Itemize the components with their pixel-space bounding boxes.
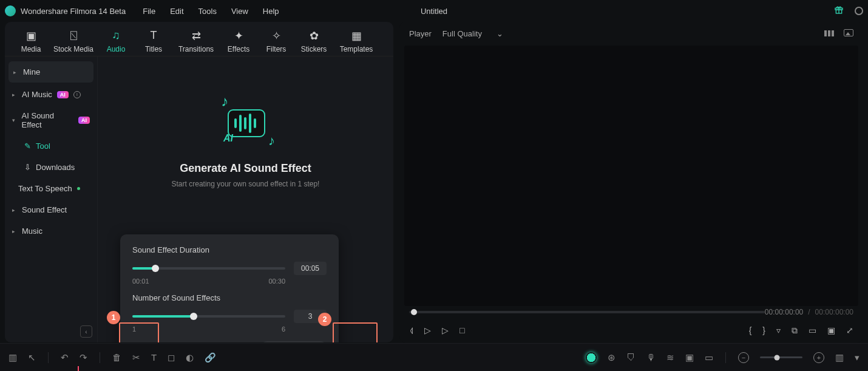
sidebar-item-ai-sound-effect[interactable]: ▾ AI Sound Effect AI xyxy=(5,105,97,135)
caret-right-icon: ▸ xyxy=(12,92,17,98)
hero: AI ♪ ♪ Generate AI Sound Effect Start cr… xyxy=(172,93,320,188)
stock-icon: ⍂ xyxy=(70,29,77,41)
info-icon[interactable]: i xyxy=(73,91,81,98)
fit-timeline-icon[interactable]: ▥ xyxy=(835,352,844,363)
count-max: 6 xyxy=(282,325,285,333)
mic-icon[interactable]: 🎙 xyxy=(646,352,656,362)
templates-icon: ▦ xyxy=(351,29,362,41)
app-name: Wondershare Filmora 14 Beta xyxy=(21,7,126,16)
preview-canvas[interactable] xyxy=(404,46,858,306)
sidebar-subitem-downloads[interactable]: ⇩ Downloads xyxy=(5,157,97,178)
mark-in-button[interactable]: { xyxy=(749,325,752,335)
marker-button[interactable]: ▿ xyxy=(776,325,781,335)
library-panel: ▣ Media ⍂ Stock Media ♫ Audio T Titles ⇄… xyxy=(5,22,393,342)
stop-button[interactable]: □ xyxy=(459,325,464,335)
player-panel: Player Full Quality ⌄ 00:00:00:00 / 00:0… xyxy=(399,22,863,342)
layout-grid-icon[interactable] xyxy=(824,29,835,38)
player-label: Player xyxy=(409,29,432,38)
tab-transitions[interactable]: ⇄ Transitions xyxy=(172,27,220,56)
count-label: Number of Sound Effects xyxy=(132,293,327,302)
zoom-out-button[interactable]: − xyxy=(738,352,749,363)
menu-edit[interactable]: Edit xyxy=(170,7,183,16)
caret-right-icon: ▸ xyxy=(13,69,18,75)
time-current: 00:00:00:00 xyxy=(765,308,803,316)
link-button[interactable]: 🔗 xyxy=(205,352,216,363)
ai-badge: AI xyxy=(57,91,69,98)
play-button[interactable]: ▷ xyxy=(424,325,431,335)
redo-button[interactable]: ↷ xyxy=(80,352,87,363)
sidebar-item-music[interactable]: ▸ Music xyxy=(5,220,97,242)
collapse-sidebar-button[interactable]: ‹ xyxy=(80,325,92,338)
sidebar-item-sound-effect[interactable]: ▸ Sound Effect xyxy=(5,199,97,220)
sidebar-item-mine[interactable]: ▸ Mine xyxy=(8,61,93,83)
next-frame-button[interactable]: ▷ xyxy=(442,325,449,335)
delete-button[interactable]: 🗑 xyxy=(112,352,121,362)
svg-text:♪: ♪ xyxy=(221,93,228,109)
shield-icon[interactable]: ⛉ xyxy=(626,352,636,362)
menu-view[interactable]: View xyxy=(231,7,248,16)
playhead-icon[interactable] xyxy=(78,366,79,371)
prev-frame-button[interactable]: ⦉ xyxy=(409,325,413,335)
sidebar-item-ai-music[interactable]: ▸ AI Music AI i xyxy=(5,84,97,105)
scrub-bar[interactable] xyxy=(409,311,765,313)
stickers-icon: ✿ xyxy=(310,29,319,41)
main-menu: File Edit Tools View Help xyxy=(143,7,279,16)
svg-text:AI: AI xyxy=(223,133,234,143)
color-button[interactable]: ◐ xyxy=(186,352,194,363)
record-icon[interactable]: ▣ xyxy=(685,352,694,363)
time-total: 00:00:00:00 xyxy=(815,308,853,316)
tracks-icon[interactable]: ▥ xyxy=(8,352,17,363)
speed-icon[interactable]: ⊛ xyxy=(608,352,615,363)
render-icon[interactable]: ▭ xyxy=(705,352,713,363)
unlimited-pill[interactable]: ✦ Unlimited ? xyxy=(261,341,327,342)
caret-right-icon: ▸ xyxy=(12,207,17,213)
chevron-down-icon: ⌄ xyxy=(497,29,503,38)
crop-button[interactable]: ◻ xyxy=(168,352,175,363)
mixer-icon[interactable]: ≋ xyxy=(666,352,674,363)
hero-illustration-icon: AI ♪ ♪ xyxy=(203,93,288,154)
annotation-box-2 xyxy=(333,322,378,342)
timeline-menu-icon[interactable]: ▾ xyxy=(855,352,860,363)
audio-sidebar: ▸ Mine ▸ AI Music AI i ▾ AI Sound Effect… xyxy=(5,56,98,342)
annotation-2: 2 xyxy=(318,313,331,326)
hero-title: Generate AI Sound Effect xyxy=(180,162,311,175)
snapshot-icon[interactable] xyxy=(844,29,853,36)
text-button[interactable]: T xyxy=(151,352,157,362)
pip-button[interactable]: ▭ xyxy=(809,325,816,335)
cut-button[interactable]: ✂ xyxy=(132,352,140,363)
duration-slider[interactable] xyxy=(132,267,285,270)
tab-effects[interactable]: ✦ Effects xyxy=(220,27,257,56)
mark-out-button[interactable]: } xyxy=(762,325,765,335)
zoom-slider[interactable] xyxy=(760,356,802,358)
duration-value: 00:05 xyxy=(294,262,327,275)
safe-zone-button[interactable]: ▣ xyxy=(827,325,835,335)
tab-audio[interactable]: ♫ Audio xyxy=(97,27,135,56)
tab-stickers[interactable]: ✿ Stickers xyxy=(295,27,333,56)
quality-dropdown[interactable]: Full Quality ⌄ xyxy=(442,29,503,38)
menu-tools[interactable]: Tools xyxy=(198,7,217,16)
tab-templates[interactable]: ▦ Templates xyxy=(333,27,380,56)
svg-text:♪: ♪ xyxy=(268,133,275,148)
compare-button[interactable]: ⧉ xyxy=(792,325,798,336)
ai-badge: AI xyxy=(78,117,90,124)
media-icon: ▣ xyxy=(26,29,36,41)
menu-file[interactable]: File xyxy=(143,7,155,16)
undo-button[interactable]: ↶ xyxy=(61,352,69,363)
tab-titles[interactable]: T Titles xyxy=(135,27,172,56)
tab-stock-media[interactable]: ⍂ Stock Media xyxy=(50,27,97,56)
sidebar-item-tts[interactable]: Text To Speech xyxy=(5,178,97,199)
ai-assistant-icon[interactable] xyxy=(586,352,597,363)
sidebar-subitem-tool[interactable]: ✎ Tool xyxy=(5,135,97,157)
zoom-in-button[interactable]: + xyxy=(813,352,824,363)
account-circle-icon[interactable] xyxy=(855,7,863,15)
gift-icon[interactable] xyxy=(834,5,844,17)
wand-icon: ✎ xyxy=(24,141,31,151)
fullscreen-button[interactable]: ⤢ xyxy=(846,325,853,335)
tab-media[interactable]: ▣ Media xyxy=(12,27,50,56)
duration-max: 00:30 xyxy=(268,277,285,285)
menu-help[interactable]: Help xyxy=(263,7,279,16)
caret-down-icon: ▾ xyxy=(12,117,17,123)
pointer-icon[interactable]: ↖ xyxy=(28,352,36,363)
count-slider[interactable] xyxy=(132,315,285,318)
tab-filters[interactable]: ✧ Filters xyxy=(257,27,295,56)
